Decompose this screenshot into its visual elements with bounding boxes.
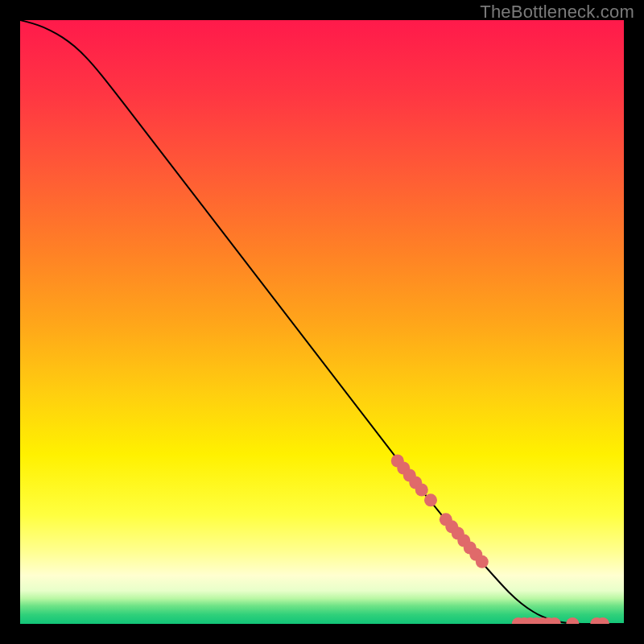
marker-point — [566, 617, 579, 624]
watermark-text: TheBottleneck.com — [480, 2, 634, 23]
marker-point — [424, 493, 437, 506]
marker-point — [476, 555, 489, 568]
marker-point — [415, 484, 428, 497]
chart-stage: TheBottleneck.com — [0, 0, 644, 644]
chart-svg — [20, 20, 624, 624]
bottleneck-curve — [20, 20, 624, 624]
plot-area — [20, 20, 624, 624]
marker-cluster — [391, 455, 609, 625]
